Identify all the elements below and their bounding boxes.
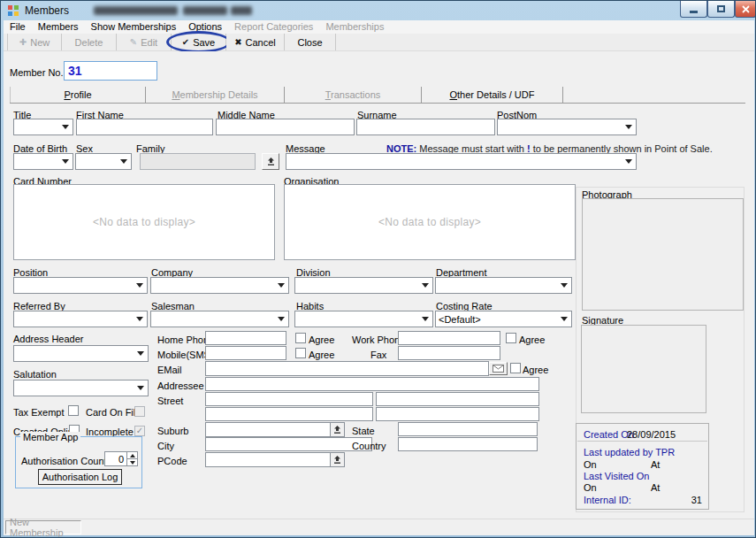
country-input[interactable]: [398, 437, 538, 451]
close-window-button[interactable]: [735, 1, 756, 18]
street-input-4[interactable]: [376, 407, 539, 421]
address-header-select[interactable]: [13, 345, 149, 362]
division-select[interactable]: [294, 277, 433, 294]
family-lookup-button[interactable]: [262, 153, 279, 170]
street-input-1[interactable]: [205, 392, 373, 406]
envelope-icon: [493, 365, 504, 373]
maximize-icon: [717, 5, 725, 12]
title-select[interactable]: [13, 119, 73, 135]
chevron-down-icon: [422, 283, 429, 291]
minimize-button[interactable]: [680, 1, 707, 18]
email-label: EMail: [157, 365, 182, 375]
chevron-down-icon: [278, 317, 285, 325]
status-panel: New Membership: [5, 520, 81, 534]
authorisation-count-stepper[interactable]: 0: [104, 451, 138, 466]
pcode-select[interactable]: [205, 452, 345, 467]
incomplete-checkbox: ✓: [134, 426, 145, 436]
tab-other-details-udf[interactable]: Other Details / UDF: [422, 87, 563, 103]
member-no-label: Member No.: [10, 67, 64, 78]
department-select[interactable]: [435, 277, 572, 294]
tab-profile[interactable]: Profile: [10, 87, 146, 103]
close-icon: [742, 5, 750, 13]
work-phone-agree-checkbox[interactable]: [506, 333, 516, 343]
menu-memberships: Memberships: [319, 20, 390, 34]
internal-id-value: 31: [672, 495, 702, 505]
first-name-input[interactable]: [76, 119, 213, 135]
chevron-down-icon: [62, 125, 69, 133]
organisation-grid: <No data to display>: [284, 184, 576, 260]
street-input-3[interactable]: [205, 407, 373, 421]
member-app-legend: Member App: [20, 432, 80, 442]
send-email-button[interactable]: [489, 362, 508, 375]
edit-icon: ✎: [130, 38, 137, 47]
menu-members[interactable]: Members: [32, 20, 85, 34]
chevron-down-icon: [625, 125, 632, 133]
email-agree-checkbox[interactable]: [510, 363, 521, 373]
chevron-down-icon: [136, 317, 143, 325]
audit-info-box: Created On 28/09/2015 Last updated by TP…: [576, 423, 709, 510]
updated-at-label: At: [651, 459, 660, 470]
close-button[interactable]: Close: [285, 34, 336, 50]
message-select[interactable]: [286, 153, 637, 170]
fax-input[interactable]: [398, 346, 500, 360]
mobile-input[interactable]: [205, 346, 286, 360]
suburb-select[interactable]: [205, 422, 345, 437]
costing-rate-select[interactable]: <Default>: [435, 311, 572, 327]
family-input: [140, 153, 256, 170]
authorisation-log-button[interactable]: Authorisation Log: [38, 469, 122, 485]
cancel-button[interactable]: ✖Cancel: [226, 34, 285, 50]
middle-name-input[interactable]: [216, 119, 355, 135]
new-button: ✚New: [7, 34, 62, 50]
updated-on-label: On: [584, 459, 597, 470]
signature-panel: [581, 325, 706, 413]
check-icon: ✔: [182, 38, 189, 47]
pcode-lookup-button[interactable]: [330, 453, 344, 466]
mobile-agree-checkbox[interactable]: [295, 348, 306, 358]
postnom-select[interactable]: [497, 119, 637, 135]
redacted-text: [94, 6, 178, 15]
street-label: Street: [157, 396, 183, 406]
window-title: Members: [25, 4, 69, 17]
email-input[interactable]: [205, 361, 489, 376]
home-phone-agree-checkbox[interactable]: [295, 333, 306, 343]
sex-select[interactable]: [75, 153, 132, 170]
surname-input[interactable]: [356, 119, 495, 135]
dob-select[interactable]: [13, 153, 73, 170]
last-visited-label: Last Visited On: [584, 471, 649, 481]
country-label: Country: [352, 441, 386, 451]
chevron-down-icon: [561, 317, 568, 325]
title-bar[interactable]: Members: [1, 1, 756, 20]
suburb-label: Suburb: [157, 426, 188, 436]
city-input[interactable]: [205, 437, 372, 451]
redacted-text: [231, 6, 252, 15]
menu-bar: File Members Show Memberships Options Re…: [4, 20, 754, 34]
street-input-2[interactable]: [376, 392, 539, 406]
save-label: Save: [193, 37, 215, 48]
company-select[interactable]: [150, 277, 289, 294]
tax-exempt-checkbox[interactable]: [68, 405, 79, 416]
member-no-field[interactable]: 31: [64, 61, 157, 81]
menu-file[interactable]: File: [4, 20, 32, 34]
stepper-arrows[interactable]: [126, 452, 137, 465]
position-select[interactable]: [13, 277, 148, 294]
salesman-select[interactable]: [150, 311, 289, 327]
state-label: State: [352, 426, 375, 436]
chevron-down-icon: [137, 386, 144, 394]
created-on-value: 28/09/2015: [627, 429, 676, 440]
addressee-input[interactable]: [205, 377, 539, 391]
referred-by-select[interactable]: [13, 311, 148, 327]
home-phone-input[interactable]: [205, 331, 286, 345]
menu-show-memberships[interactable]: Show Memberships: [85, 20, 183, 34]
state-input[interactable]: [398, 422, 538, 436]
work-phone-input[interactable]: [398, 331, 500, 345]
edit-label: Edit: [141, 37, 157, 48]
maximize-button[interactable]: [707, 1, 735, 18]
cancel-label: Cancel: [246, 37, 276, 48]
visited-at-label: At: [651, 482, 660, 493]
salutation-select[interactable]: [13, 380, 149, 396]
save-button[interactable]: ✔Save: [172, 34, 226, 50]
suburb-lookup-button[interactable]: [330, 423, 344, 436]
menu-options[interactable]: Options: [182, 20, 228, 34]
tax-exempt-label: Tax Exempt: [13, 407, 64, 418]
habits-select[interactable]: [294, 311, 433, 327]
